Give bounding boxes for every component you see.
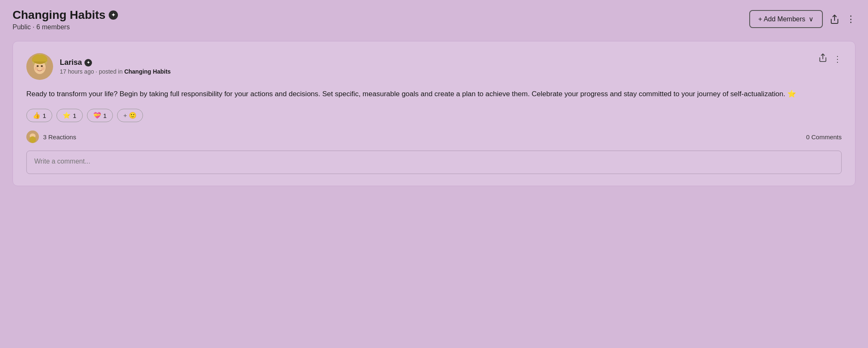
star-count: 1 — [73, 112, 76, 119]
post-card: Larisa ✦ 17 hours ago · posted in Changi… — [13, 41, 855, 186]
reactor-avatar-image — [26, 130, 39, 143]
page-wrapper: Changing Habits ✦ Public · 6 members + A… — [0, 0, 868, 348]
header-left: Changing Habits ✦ Public · 6 members — [13, 8, 118, 31]
post-header: Larisa ✦ 17 hours ago · posted in Changi… — [26, 53, 842, 80]
share-icon — [830, 14, 840, 24]
heart-count: 1 — [103, 112, 107, 119]
post-footer: 3 Reactions 0 Comments — [26, 130, 842, 143]
chevron-down-icon: ∨ — [809, 15, 814, 23]
svg-point-7 — [41, 65, 43, 67]
heart-emoji: 💝 — [93, 112, 101, 119]
author-verified-badge: ✦ — [84, 59, 92, 67]
more-icon: ⋮ — [846, 14, 855, 25]
header-right: + Add Members ∨ ⋮ — [749, 10, 856, 28]
post-share-icon — [818, 53, 827, 62]
thumbsup-emoji: 👍 — [33, 112, 41, 119]
add-reaction-label: + 🙂 — [123, 112, 137, 119]
add-members-button[interactable]: + Add Members ∨ — [749, 10, 823, 28]
reactor-avatar — [26, 130, 39, 143]
post-content: Ready to transform your life? Begin by t… — [26, 88, 842, 100]
post-meta: 17 hours ago · posted in Changing Habits — [60, 68, 171, 75]
page-header: Changing Habits ✦ Public · 6 members + A… — [13, 8, 855, 31]
add-members-label: + Add Members — [758, 15, 806, 23]
star-reaction-button[interactable]: ⭐ 1 — [56, 109, 82, 122]
post-group-link[interactable]: Changing Habits — [124, 68, 171, 75]
post-more-icon: ⋮ — [833, 54, 842, 64]
author-name: Larisa ✦ — [60, 58, 171, 67]
avatar-image — [26, 53, 53, 80]
thumbsup-reaction-button[interactable]: 👍 1 — [26, 109, 52, 122]
author-details: Larisa ✦ 17 hours ago · posted in Changi… — [60, 58, 171, 75]
group-subtitle: Public · 6 members — [13, 23, 118, 31]
post-more-button[interactable]: ⋮ — [833, 54, 842, 64]
more-options-button[interactable]: ⋮ — [846, 14, 855, 25]
star-emoji: ⭐ — [63, 112, 71, 119]
verified-badge-icon: ✦ — [109, 10, 118, 20]
post-share-button[interactable] — [818, 53, 827, 64]
footer-left: 3 Reactions — [26, 130, 76, 143]
comments-count: 0 Comments — [806, 133, 842, 141]
post-header-actions: ⋮ — [818, 53, 842, 64]
share-button[interactable] — [830, 14, 840, 24]
thumbsup-count: 1 — [43, 112, 46, 119]
comment-input[interactable] — [34, 158, 834, 165]
reactions-row: 👍 1 ⭐ 1 💝 1 + 🙂 — [26, 109, 842, 122]
svg-point-6 — [37, 65, 39, 67]
avatar — [26, 53, 53, 80]
group-title-text: Changing Habits — [13, 8, 105, 22]
post-author-info: Larisa ✦ 17 hours ago · posted in Changi… — [26, 53, 171, 80]
add-reaction-button[interactable]: + 🙂 — [117, 109, 143, 122]
svg-point-12 — [29, 136, 36, 143]
heart-reaction-button[interactable]: 💝 1 — [87, 109, 113, 122]
comment-box — [26, 151, 842, 174]
group-title: Changing Habits ✦ — [13, 8, 118, 22]
reactions-total: 3 Reactions — [43, 133, 76, 141]
